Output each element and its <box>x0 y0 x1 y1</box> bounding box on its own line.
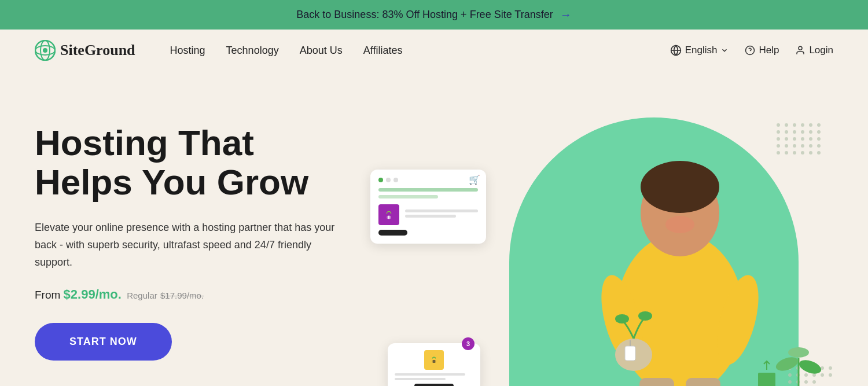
plant-pot-icon <box>378 204 399 225</box>
card-line-1 <box>378 188 478 192</box>
nav-link-about-us[interactable]: About Us <box>300 45 343 56</box>
help-label: Help <box>759 45 779 56</box>
logo-link[interactable]: SiteGround <box>35 40 135 61</box>
hero-left: Hosting That Helps You Grow Elevate your… <box>35 106 370 361</box>
navbar: SiteGround Hosting Technology About Us A… <box>0 30 868 71</box>
language-label: English <box>685 45 718 56</box>
card-icon-row <box>378 204 478 225</box>
nav-item-technology[interactable]: Technology <box>226 45 279 57</box>
chevron-down-icon <box>720 46 729 54</box>
svg-rect-22 <box>625 346 635 361</box>
nav-link-technology[interactable]: Technology <box>226 45 279 56</box>
price-regular-value: $17.99/mo. <box>160 291 204 300</box>
card-text-lines <box>405 209 478 220</box>
plant-2-svg <box>428 354 440 366</box>
text-line-2 <box>405 215 456 218</box>
price-regular-label: Regular <box>127 291 157 300</box>
svg-rect-18 <box>686 378 720 386</box>
start-now-button[interactable]: START NOW <box>35 323 172 361</box>
svg-point-14 <box>665 216 694 233</box>
dots-pattern-top <box>777 123 822 155</box>
svg-point-27 <box>797 358 823 376</box>
help-link[interactable]: Help <box>745 45 779 56</box>
dot-green <box>378 178 383 182</box>
plant-svg <box>382 208 395 221</box>
card-2-line-1 <box>395 373 465 376</box>
hero-person <box>590 106 770 386</box>
svg-point-8 <box>799 46 802 50</box>
siteground-logo-icon <box>35 40 56 61</box>
card-badge: 3 <box>462 337 475 350</box>
nav-links: Hosting Technology About Us Affiliates <box>170 45 403 57</box>
login-button[interactable]: Login <box>795 45 833 56</box>
card-button-pill <box>378 230 407 236</box>
card-line-2 <box>378 195 438 198</box>
price-value: $2.99 <box>64 287 95 302</box>
nav-link-affiliates[interactable]: Affiliates <box>363 45 403 56</box>
svg-point-28 <box>788 347 809 358</box>
translate-icon <box>670 45 682 56</box>
svg-rect-33 <box>758 373 775 386</box>
browser-card-1: 🛒 <box>370 170 486 244</box>
dot-2 <box>393 178 398 182</box>
svg-rect-10 <box>432 360 436 363</box>
login-label: Login <box>809 45 833 56</box>
svg-point-13 <box>641 161 719 213</box>
hero-subtitle: Elevate your online presence with a host… <box>35 219 336 271</box>
promo-banner[interactable]: Back to Business: 83% Off Hosting + Free… <box>0 0 868 30</box>
user-icon <box>795 45 806 56</box>
card-2-button-pill <box>414 384 454 386</box>
cart-icon: 🛒 <box>469 174 480 185</box>
hero-illustration: 🛒 3 <box>370 106 833 386</box>
hero-price: From $2.99/mo. Regular $17.99/mo. <box>35 287 370 302</box>
card-2-line-2 <box>395 378 446 380</box>
logo-text: SiteGround <box>60 42 135 59</box>
svg-point-3 <box>43 48 47 53</box>
hero-title: Hosting That Helps You Grow <box>35 123 370 202</box>
card-2-lines <box>395 373 473 380</box>
hero-section: Hosting That Helps You Grow Elevate your… <box>0 71 868 386</box>
language-selector[interactable]: English <box>670 45 729 56</box>
nav-item-hosting[interactable]: Hosting <box>170 45 205 57</box>
card-browser-dots <box>378 178 478 182</box>
nav-item-about-us[interactable]: About Us <box>300 45 343 57</box>
card-2-pot-icon <box>424 350 444 370</box>
svg-rect-17 <box>639 378 674 386</box>
svg-point-20 <box>615 314 629 323</box>
text-line-1 <box>405 209 478 212</box>
nav-right: English Help Login <box>670 45 833 56</box>
dot-1 <box>386 178 391 182</box>
person-svg <box>593 129 767 386</box>
help-icon <box>745 45 755 56</box>
nav-link-hosting[interactable]: Hosting <box>170 45 205 56</box>
svg-rect-9 <box>387 216 391 219</box>
browser-card-2: 3 <box>388 343 480 386</box>
growth-chart-decoration <box>718 358 787 386</box>
nav-item-affiliates[interactable]: Affiliates <box>363 45 403 57</box>
growth-chart-svg <box>718 358 787 386</box>
card-lines <box>378 188 478 198</box>
banner-arrow: → <box>560 8 572 21</box>
price-per: /mo. <box>95 287 122 302</box>
svg-point-21 <box>638 311 652 321</box>
banner-text: Back to Business: 83% Off Hosting + Free… <box>296 9 553 21</box>
